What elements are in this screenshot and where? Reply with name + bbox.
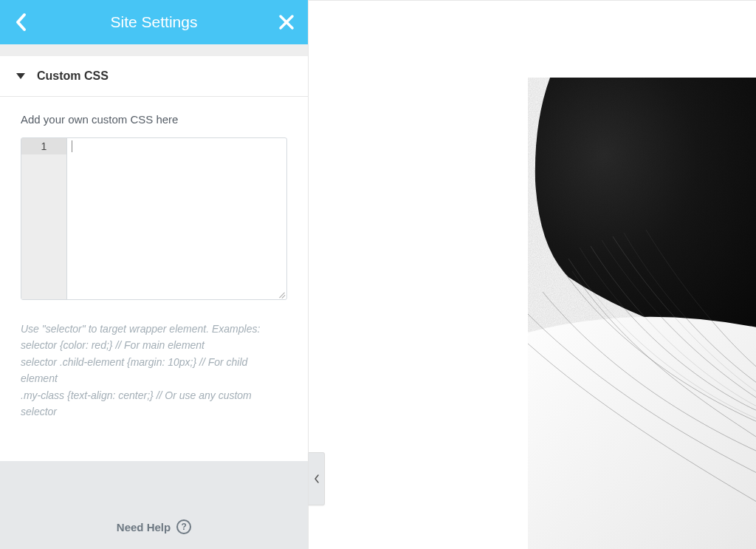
- section-body: Add your own custom CSS here 1 Use "sele…: [0, 97, 308, 433]
- resize-handle-icon[interactable]: [278, 290, 285, 298]
- site-preview-image: [528, 78, 756, 549]
- text-cursor-icon: [72, 140, 72, 152]
- sidebar-header: Site Settings: [0, 0, 308, 44]
- need-help-link[interactable]: Need Help ?: [117, 519, 191, 534]
- settings-sidebar: Site Settings Custom CSS Add your own cu…: [0, 0, 309, 549]
- code-area[interactable]: [67, 138, 286, 299]
- back-button[interactable]: [10, 11, 32, 33]
- panel-collapse-button[interactable]: [309, 452, 325, 505]
- custom-css-field-label: Add your own custom CSS here: [21, 113, 287, 126]
- section-label: Custom CSS: [37, 69, 109, 83]
- line-number: 1: [21, 138, 66, 154]
- section-toggle-custom-css[interactable]: Custom CSS: [0, 56, 308, 97]
- close-button[interactable]: [275, 11, 298, 33]
- svg-rect-4: [528, 78, 756, 329]
- custom-css-editor[interactable]: 1: [21, 137, 287, 300]
- divider-strip: [0, 44, 308, 56]
- chevron-left-icon: [314, 474, 320, 483]
- custom-css-textarea[interactable]: [67, 138, 286, 299]
- need-help-label: Need Help: [117, 521, 171, 533]
- sidebar-footer: Need Help ?: [0, 461, 308, 549]
- chevron-left-icon: [14, 12, 29, 33]
- svg-marker-2: [16, 73, 25, 79]
- close-icon: [278, 14, 295, 30]
- caret-down-icon: [16, 69, 25, 83]
- code-gutter: 1: [21, 138, 67, 299]
- question-circle-icon: ?: [176, 519, 191, 534]
- top-divider: [309, 0, 756, 1]
- panel-title: Site Settings: [111, 13, 198, 31]
- hint-text: Use "selector" to target wrapper element…: [21, 321, 287, 420]
